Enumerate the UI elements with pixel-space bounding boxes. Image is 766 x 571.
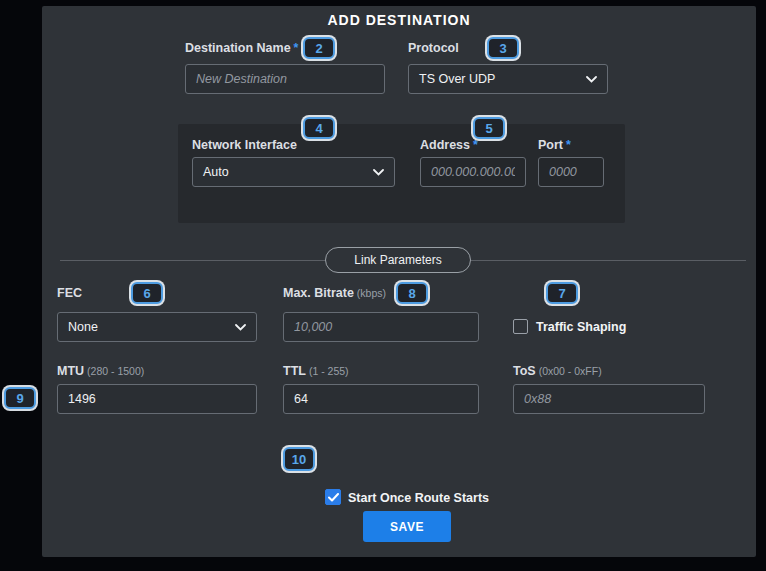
max-bitrate-hint: (kbps) (357, 287, 386, 299)
add-destination-dialog: ADD DESTINATION Destination Name* 2 Prot… (42, 6, 756, 557)
step-badge-10: 10 (283, 447, 315, 471)
ttl-label: TTL(1 - 255) (283, 364, 349, 378)
step-badge-5: 5 (473, 117, 505, 139)
dialog-title: ADD DESTINATION (42, 12, 756, 28)
required-asterisk: * (473, 138, 478, 152)
port-input[interactable] (538, 157, 604, 187)
fec-select[interactable]: None (57, 312, 257, 342)
port-label: Port* (538, 138, 571, 152)
mtu-input[interactable] (57, 384, 257, 414)
address-label: Address* (420, 138, 478, 152)
mtu-label: MTU(280 - 1500) (57, 364, 144, 378)
chevron-down-icon (586, 76, 597, 83)
network-interface-select-value: Auto (203, 165, 229, 179)
step-badge-9: 9 (4, 387, 36, 409)
step-badge-4: 4 (303, 117, 335, 139)
fec-select-value: None (68, 320, 98, 334)
network-interface-label: Network Interface (192, 138, 297, 152)
network-interface-select[interactable]: Auto (192, 157, 395, 187)
protocol-select[interactable]: TS Over UDP (408, 64, 608, 94)
tos-label: ToS(0x00 - 0xFF) (513, 364, 602, 378)
start-once-route-starts-checkbox[interactable] (325, 489, 341, 505)
protocol-label: Protocol (408, 41, 459, 55)
check-icon (328, 488, 339, 506)
address-input[interactable] (420, 157, 526, 187)
destination-name-input[interactable] (185, 64, 385, 94)
step-badge-7: 7 (546, 282, 578, 304)
chevron-down-icon (373, 169, 384, 176)
traffic-shaping-checkbox[interactable] (513, 319, 528, 334)
screen: ADD DESTINATION Destination Name* 2 Prot… (0, 0, 766, 571)
step-badge-2: 2 (303, 37, 335, 59)
traffic-shaping-label: Traffic Shaping (536, 320, 626, 334)
max-bitrate-input[interactable] (283, 312, 479, 342)
network-panel: Network Interface Auto Address* Port* (178, 124, 625, 223)
start-once-route-starts-label: Start Once Route Starts (348, 491, 489, 505)
tos-input[interactable] (513, 384, 705, 414)
step-badge-8: 8 (396, 282, 428, 304)
mtu-hint: (280 - 1500) (87, 365, 144, 377)
protocol-select-value: TS Over UDP (419, 72, 495, 86)
ttl-input[interactable] (283, 384, 479, 414)
required-asterisk: * (294, 41, 299, 55)
save-button[interactable]: SAVE (363, 511, 451, 542)
required-asterisk: * (566, 138, 571, 152)
step-badge-6: 6 (131, 282, 163, 304)
step-badge-3: 3 (487, 37, 519, 59)
tos-hint: (0x00 - 0xFF) (539, 365, 602, 377)
ttl-hint: (1 - 255) (309, 365, 349, 377)
max-bitrate-label: Max. Bitrate(kbps) (283, 286, 386, 300)
fec-label: FEC (57, 286, 82, 300)
chevron-down-icon (235, 324, 246, 331)
destination-name-label: Destination Name* (185, 41, 298, 55)
link-parameters-pill: Link Parameters (325, 247, 471, 273)
